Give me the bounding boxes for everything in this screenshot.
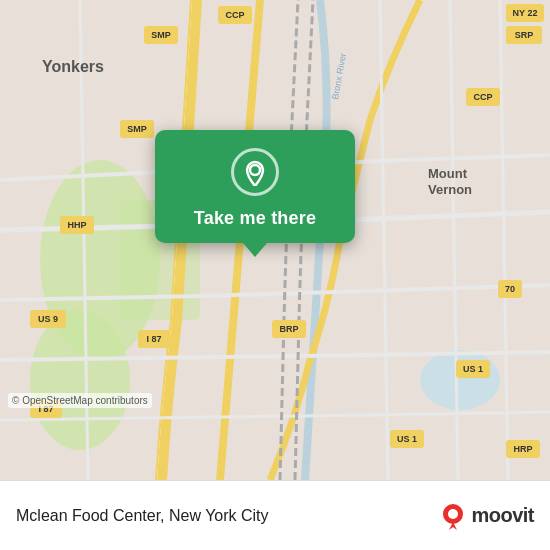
svg-text:Vernon: Vernon (428, 182, 472, 197)
copyright-text: © OpenStreetMap contributors (8, 393, 152, 408)
svg-text:CCP: CCP (473, 92, 492, 102)
svg-text:US 1: US 1 (463, 364, 483, 374)
moovit-logo: moovit (439, 502, 534, 530)
svg-point-4 (420, 350, 500, 410)
svg-text:US 9: US 9 (38, 314, 58, 324)
svg-text:HRP: HRP (513, 444, 532, 454)
moovit-icon (439, 502, 467, 530)
svg-text:SRP: SRP (515, 30, 534, 40)
svg-text:I 87: I 87 (146, 334, 161, 344)
svg-text:US 1: US 1 (397, 434, 417, 444)
svg-text:BRP: BRP (279, 324, 298, 334)
take-me-there-button[interactable]: Take me there (194, 208, 316, 229)
location-pin-icon (231, 148, 279, 196)
location-name: Mclean Food Center, New York City (16, 507, 439, 525)
svg-text:SMP: SMP (127, 124, 147, 134)
popup-card[interactable]: Take me there (155, 130, 355, 243)
svg-text:HHP: HHP (67, 220, 86, 230)
svg-text:NY 22: NY 22 (513, 8, 538, 18)
svg-point-39 (250, 165, 260, 175)
svg-point-2 (30, 310, 130, 450)
svg-text:Yonkers: Yonkers (42, 58, 104, 75)
bottom-bar: Mclean Food Center, New York City moovit (0, 480, 550, 550)
svg-text:CCP: CCP (225, 10, 244, 20)
svg-point-41 (448, 509, 458, 519)
svg-text:SMP: SMP (151, 30, 171, 40)
svg-text:Mount: Mount (428, 166, 468, 181)
map-container: NY 22 SRP CCP CCP SMP SMP HHP US 9 I 87 … (0, 0, 550, 480)
svg-text:70: 70 (505, 284, 515, 294)
moovit-text: moovit (471, 504, 534, 527)
